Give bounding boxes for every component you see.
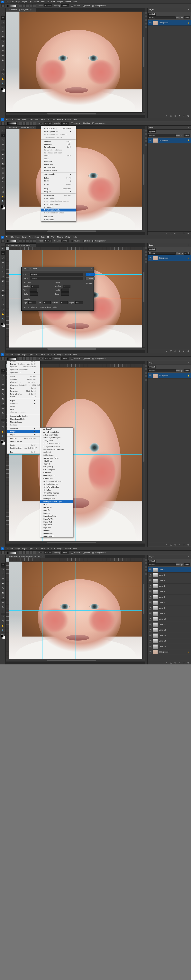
script-item[interactable]: DupeAs8bit bbox=[40, 532, 73, 535]
layer-opacity-value[interactable]: 100% bbox=[183, 16, 190, 19]
mask-icon[interactable]: ◯ bbox=[170, 544, 172, 546]
menu-file[interactable]: File bbox=[6, 547, 9, 550]
guide-h[interactable] bbox=[9, 610, 142, 611]
grad-diamond-icon[interactable] bbox=[33, 240, 36, 243]
mask-icon[interactable]: ◯ bbox=[170, 350, 172, 352]
menu-type[interactable]: Type bbox=[29, 547, 33, 550]
tool-9[interactable]: ⊕ bbox=[1, 171, 5, 175]
menu-select[interactable]: Select bbox=[35, 353, 39, 356]
color-swatches[interactable] bbox=[1, 635, 5, 639]
script-item[interactable]: BridgeDeMA bbox=[40, 454, 73, 457]
layer-thumb[interactable] bbox=[153, 568, 158, 572]
layer-row[interactable]: 👁Layer 6 bbox=[148, 595, 191, 600]
layer-row[interactable]: 👁Layer 13 bbox=[148, 633, 191, 638]
grad-radial-icon[interactable] bbox=[22, 357, 26, 360]
menu-filter[interactable]: Filter bbox=[41, 547, 45, 550]
layer-row[interactable]: 👁Background🔒 bbox=[148, 20, 191, 25]
transparency-checkbox[interactable] bbox=[92, 123, 94, 124]
menu-file[interactable]: File bbox=[6, 353, 9, 356]
tool-0[interactable]: ↔ bbox=[1, 247, 5, 250]
tool-1[interactable]: ▭ bbox=[1, 251, 5, 255]
menu-type[interactable]: Type bbox=[29, 118, 33, 121]
menu-view[interactable]: View bbox=[52, 547, 55, 550]
menu-item[interactable]: Screen Mode bbox=[41, 173, 76, 176]
visibility-icon[interactable]: 👁 bbox=[149, 645, 152, 648]
menu-item[interactable]: Clear Guides bbox=[41, 197, 76, 200]
menu-edit[interactable]: Edit bbox=[11, 118, 14, 121]
tool-11[interactable]: T bbox=[1, 180, 5, 185]
menu-item[interactable]: CloseCtrl+W bbox=[7, 375, 40, 378]
trash-icon[interactable]: 🗑 bbox=[187, 115, 189, 117]
layer-name[interactable]: Layer 10 bbox=[159, 618, 166, 620]
tool-11[interactable]: T bbox=[1, 298, 5, 302]
layer-thumb[interactable] bbox=[153, 639, 158, 643]
gradient-tool-icon[interactable] bbox=[2, 4, 5, 8]
tool-13[interactable]: ▢ bbox=[1, 619, 5, 623]
layer-name[interactable]: Layer 11 bbox=[159, 624, 166, 626]
doc-tab[interactable]: L0365037.CR2 @ 25% (RGB/16) *× bbox=[6, 8, 36, 11]
layers-tab[interactable]: Layers≡ bbox=[148, 8, 191, 12]
col-width-input[interactable] bbox=[30, 288, 37, 292]
scrollbar-vertical[interactable] bbox=[142, 11, 145, 112]
menu-help[interactable]: Help bbox=[73, 236, 77, 238]
tool-11[interactable]: T bbox=[1, 416, 5, 420]
script-item[interactable]: descriptor-info-example bbox=[40, 500, 73, 503]
trash-icon[interactable]: 🗑 bbox=[187, 232, 189, 235]
layers-tab[interactable]: Layers≡ bbox=[148, 243, 191, 247]
menu-item[interactable]: Browse in Bridge...Alt+Ctrl+O bbox=[7, 363, 40, 366]
grad-diamond-icon[interactable] bbox=[33, 551, 36, 554]
tool-11[interactable]: T bbox=[1, 63, 5, 67]
color-swatches[interactable] bbox=[1, 88, 5, 92]
dialog-close-icon[interactable]: × bbox=[92, 268, 92, 270]
tool-3[interactable]: ✥ bbox=[1, 143, 5, 147]
layer-name-bg[interactable]: Background bbox=[159, 375, 168, 377]
visibility-icon[interactable]: 👁 bbox=[149, 374, 152, 377]
tool-5[interactable]: ◆ bbox=[1, 582, 5, 585]
menu-help[interactable]: Help bbox=[73, 353, 77, 356]
grad-radial-icon[interactable] bbox=[22, 122, 26, 125]
grad-angle-icon[interactable] bbox=[26, 240, 29, 243]
new-layer-icon[interactable]: 🗋 bbox=[183, 115, 185, 117]
script-item[interactable]: DupeFLATck bbox=[40, 518, 73, 520]
tool-6[interactable]: ✎ bbox=[1, 157, 5, 161]
menu-item[interactable]: Print...Ctrl+P bbox=[7, 444, 40, 447]
menu-item[interactable]: ExtrasCtrl+H bbox=[41, 177, 76, 180]
scroll-thumb[interactable] bbox=[143, 37, 144, 67]
adj-icon[interactable]: ◐ bbox=[174, 544, 177, 546]
doc-tab[interactable]: L0365037.CR2 @ 25% (Background, RGB/16) … bbox=[6, 555, 45, 558]
ruler-vertical[interactable] bbox=[6, 562, 9, 659]
layer-row[interactable]: 👁Background🔒 bbox=[148, 373, 191, 379]
visibility-icon[interactable]: 👁 bbox=[149, 612, 152, 615]
menu-plugins[interactable]: Plugins bbox=[57, 118, 63, 121]
tool-13[interactable]: ▢ bbox=[1, 190, 5, 194]
tool-1[interactable]: ▭ bbox=[1, 563, 5, 566]
grad-reflected-icon[interactable] bbox=[30, 551, 33, 554]
tool-7[interactable]: ◩ bbox=[1, 44, 5, 48]
visibility-icon[interactable]: 👁 bbox=[149, 585, 152, 588]
script-item[interactable]: ActDeactTc bbox=[40, 428, 73, 431]
grad-reflected-icon[interactable] bbox=[30, 4, 33, 8]
menu-item[interactable]: RulersCtrl+R bbox=[41, 183, 76, 186]
opacity-value[interactable]: 100% bbox=[62, 551, 69, 554]
tool-12[interactable]: ➚ bbox=[1, 68, 5, 72]
tool-6[interactable]: ✎ bbox=[1, 392, 5, 396]
gradient-preview[interactable] bbox=[7, 122, 17, 125]
tool-2[interactable]: ◌ bbox=[1, 21, 5, 24]
close-tab-icon[interactable]: × bbox=[33, 127, 34, 129]
layer-name[interactable]: Layer 9 bbox=[159, 612, 165, 615]
document-canvas[interactable] bbox=[9, 562, 142, 659]
menu-item[interactable]: Export bbox=[7, 399, 40, 402]
script-item[interactable]: DupeAs11 bbox=[40, 529, 73, 532]
visibility-icon[interactable]: 👁 bbox=[149, 634, 152, 637]
reverse-checkbox[interactable] bbox=[71, 552, 73, 554]
layer-row[interactable]: 👁Layer 7 bbox=[148, 600, 191, 605]
layer-thumb[interactable] bbox=[153, 644, 158, 649]
script-item[interactable]: CycleTool bbox=[40, 488, 73, 492]
script-item[interactable]: activeLayerDescriptor bbox=[40, 436, 73, 439]
menu-layer[interactable]: Layer bbox=[22, 547, 27, 550]
row-height-input[interactable] bbox=[62, 288, 69, 292]
menu-item[interactable]: Show bbox=[41, 180, 76, 183]
visibility-icon[interactable]: 👁 bbox=[149, 601, 152, 604]
tool-12[interactable]: ➚ bbox=[1, 303, 5, 307]
menu-file[interactable]: File bbox=[6, 1, 9, 3]
